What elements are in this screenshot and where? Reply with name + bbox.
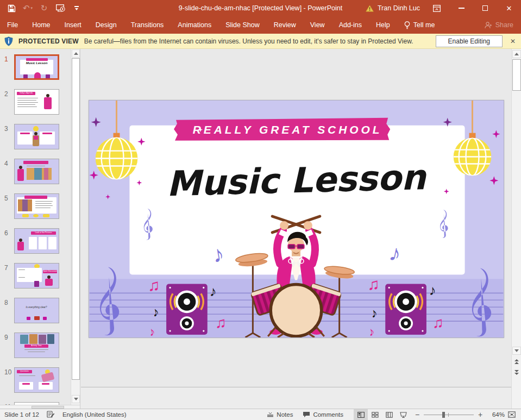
scrollbar-thumb[interactable]: [72, 58, 80, 380]
ribbon-tabs: File Home Insert Design Transitions Anim…: [0, 16, 521, 34]
redo-icon: ↻: [37, 2, 51, 15]
thumbnail-item-1[interactable]: 1 Music Lesson: [0, 54, 70, 80]
status-bar: Slide 1 of 12 English (United States) No…: [0, 409, 521, 420]
slide-number: 2: [0, 89, 12, 98]
language-indicator[interactable]: English (United States): [62, 411, 127, 418]
slide-thumbnail[interactable]: [14, 193, 59, 219]
main-scrollbar[interactable]: [511, 49, 521, 409]
thumbnail-item-6[interactable]: 6 Look at the Pictures: [0, 228, 70, 254]
svg-text:♫: ♫: [148, 276, 160, 294]
comments-icon: [303, 411, 310, 418]
thumbnail-item-2[interactable]: 2 Today's Agenda: [0, 89, 70, 115]
account-area[interactable]: Tran Dinh Luc: [366, 4, 420, 12]
scroll-down-icon[interactable]: [512, 347, 521, 355]
spell-check-icon[interactable]: [47, 411, 55, 419]
protected-view-banner: PROTECTED VIEW Be careful—files from the…: [0, 34, 521, 49]
scroll-up-icon[interactable]: [72, 49, 80, 58]
banner-close-icon[interactable]: ✕: [510, 37, 516, 45]
start-slideshow-icon[interactable]: [53, 2, 67, 15]
enable-editing-button[interactable]: Enable Editing: [436, 35, 503, 47]
slide-1-canvas[interactable]: ♪ ♪ ♫ ♪ ♪ ♫ ♪: [89, 100, 504, 338]
tab-view[interactable]: View: [303, 16, 332, 34]
fit-slide-to-window-icon[interactable]: [505, 409, 519, 420]
editing-canvas: ♪ ♪ ♫ ♪ ♪ ♫ ♪: [81, 49, 511, 409]
slide-thumbnail[interactable]: Open Discussion: [14, 263, 59, 289]
tab-transitions[interactable]: Transitions: [124, 16, 171, 34]
maximize-button[interactable]: [473, 0, 497, 16]
scroll-down-icon[interactable]: [72, 395, 80, 403]
slide-number: 3: [0, 124, 12, 133]
svg-text:♫: ♫: [215, 314, 227, 331]
slide-thumbnail[interactable]: [14, 159, 59, 184]
customize-qat-icon[interactable]: [70, 2, 84, 15]
tab-design[interactable]: Design: [89, 16, 124, 34]
slide-thumbnail[interactable]: Today's Agenda: [14, 89, 59, 115]
slide-thumbnail[interactable]: Activity Time: [14, 333, 59, 358]
previous-slide-button[interactable]: [512, 358, 521, 366]
thumbnail-item-5[interactable]: 5: [0, 193, 70, 219]
comments-toggle[interactable]: Comments: [298, 409, 348, 420]
tell-me-label: Tell me: [413, 21, 435, 29]
slide-thumbnail[interactable]: Look at the Pictures: [14, 228, 59, 254]
tab-review[interactable]: Review: [267, 16, 303, 34]
thumbnail-hscrollbar[interactable]: [0, 405, 80, 409]
scroll-up-icon[interactable]: [512, 50, 521, 58]
powerpoint-window: ↶▾ ↻ 9-slide-chu-de-am-nhac [Protected V…: [0, 0, 521, 420]
slideshow-view-button[interactable]: [396, 409, 410, 420]
next-slide-button[interactable]: [512, 368, 521, 377]
school-name-text: REALLY GREAT SCHOOL: [193, 123, 382, 136]
user-name: Tran Dinh Luc: [378, 4, 420, 12]
slide-number: 1: [0, 54, 12, 63]
normal-view-button[interactable]: [354, 409, 368, 420]
tell-me-box[interactable]: Tell me: [397, 21, 442, 29]
zoom-in-icon[interactable]: +: [478, 410, 483, 419]
right-speaker-illustration: [385, 284, 426, 335]
left-speaker-illustration: [166, 284, 208, 335]
slide-thumbnail[interactable]: [14, 124, 59, 149]
svg-text:♫: ♫: [367, 275, 379, 293]
slide-number: 5: [0, 193, 12, 202]
tab-slideshow[interactable]: Slide Show: [218, 16, 267, 34]
zoom-control: − +: [410, 409, 487, 420]
slide-artwork: ♪ ♪ ♫ ♪ ♪ ♫ ♪: [89, 101, 504, 337]
zoom-out-icon[interactable]: −: [415, 410, 420, 419]
svg-text:♪: ♪: [210, 284, 217, 299]
scrollbar-thumb[interactable]: [512, 59, 521, 91]
reading-view-button[interactable]: [382, 409, 396, 420]
lightbulb-icon: [404, 21, 410, 29]
tab-home[interactable]: Home: [25, 16, 57, 34]
notes-toggle[interactable]: Notes: [262, 409, 298, 420]
warning-icon: [366, 5, 374, 12]
share-button: Share: [485, 21, 513, 29]
thumbnail-item-10[interactable]: 10 Questions: [0, 367, 70, 393]
thumbnail-item-9[interactable]: 9 Activity Time: [0, 333, 70, 358]
save-icon[interactable]: [4, 2, 18, 15]
minimize-button[interactable]: [449, 0, 473, 16]
slide-thumbnail-panel: 1 Music Lesson 2 Today': [0, 49, 80, 409]
zoom-slider-thumb[interactable]: [442, 412, 445, 418]
quick-access-toolbar: ↶▾ ↻: [0, 2, 84, 15]
thumbnail-item-8[interactable]: 8 Is everything clear?: [0, 298, 70, 323]
thumbnail-item-7[interactable]: 7 Open Discussion: [0, 263, 70, 289]
slide-thumbnail[interactable]: Is everything clear?: [14, 298, 59, 323]
view-switcher: [354, 409, 410, 420]
tab-help[interactable]: Help: [369, 16, 397, 34]
slide-title-text: Music Lesson: [166, 157, 428, 204]
ribbon-display-options-icon[interactable]: [428, 0, 446, 16]
slide-counter[interactable]: Slide 1 of 12: [4, 411, 39, 418]
slide-sorter-view-button[interactable]: [368, 409, 382, 420]
zoom-percentage[interactable]: 64%: [487, 411, 505, 418]
tab-animations[interactable]: Animations: [171, 16, 218, 34]
svg-text:♪: ♪: [429, 283, 436, 298]
slide-thumbnail[interactable]: Music Lesson: [14, 54, 59, 80]
thumbnail-item-4[interactable]: 4: [0, 159, 70, 184]
tab-addins[interactable]: Add-ins: [332, 16, 369, 34]
slide-thumbnail[interactable]: Questions: [14, 367, 59, 393]
tab-file[interactable]: File: [0, 16, 25, 34]
close-button[interactable]: ✕: [497, 0, 521, 16]
thumbnail-item-3[interactable]: 3: [0, 124, 70, 149]
tab-insert[interactable]: Insert: [58, 16, 89, 34]
school-banner: REALLY GREAT SCHOOL: [174, 118, 390, 141]
thumbnail-scrollbar[interactable]: [71, 49, 80, 405]
zoom-slider[interactable]: [424, 409, 474, 420]
